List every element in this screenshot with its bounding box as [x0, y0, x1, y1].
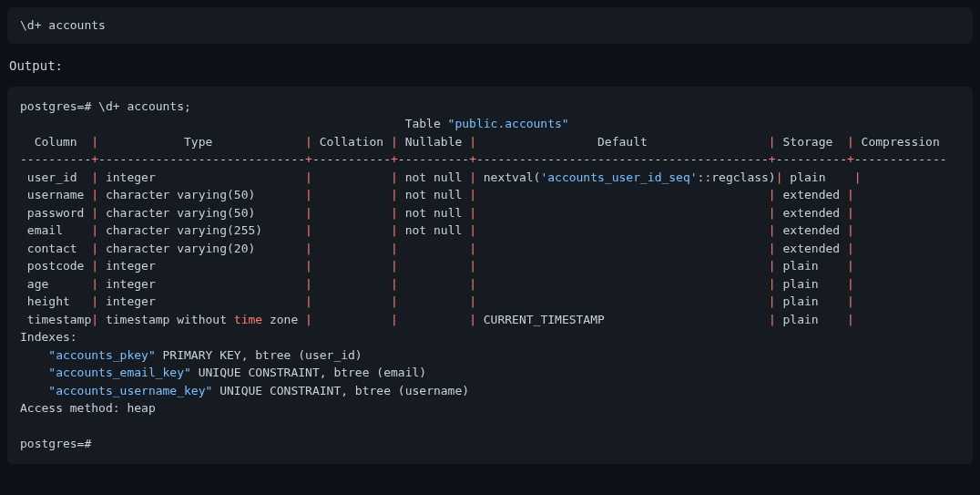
output-box[interactable]: postgres=# \d+ accounts; Table "public.a… — [7, 87, 973, 464]
command-text: \d+ accounts — [20, 18, 106, 32]
output-label: Output: — [9, 57, 971, 76]
command-box[interactable]: \d+ accounts — [7, 7, 973, 44]
